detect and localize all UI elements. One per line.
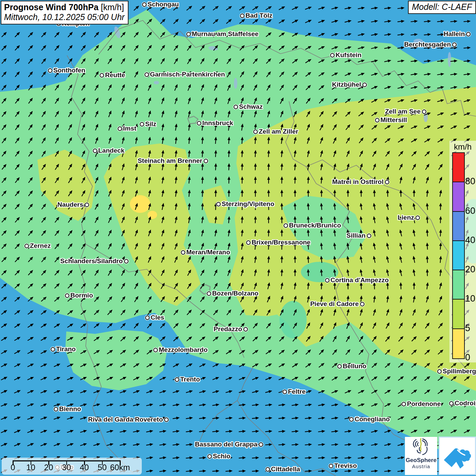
geosphere-logo-text: GeoSphere — [405, 457, 437, 463]
weather-map: SchongauBad TölzKemptenMurnau am Staffel… — [0, 0, 476, 476]
city-label: Schongau — [148, 0, 179, 9]
city-label: Meran/Merano — [186, 248, 230, 257]
city-marker — [284, 223, 288, 228]
legend-swatch-60 — [453, 182, 464, 211]
geosphere-logo: GeoSphere Austria — [405, 437, 437, 475]
city-label: Belluno — [343, 362, 367, 371]
city-label: Kufstein — [336, 51, 361, 60]
geosphere-logo-subtext: Austria — [405, 463, 437, 469]
city-label: Schio — [213, 452, 231, 461]
model-box: Modell: C-LAEF — [408, 1, 476, 14]
city-marker — [100, 73, 104, 78]
city-marker — [283, 390, 287, 394]
scale-tick-label: 60km — [106, 463, 134, 472]
city-label: Reutte — [105, 71, 125, 80]
city-label: Trento — [180, 375, 200, 384]
city-marker — [375, 118, 379, 122]
city-label: Cles — [151, 313, 164, 322]
city-marker — [164, 418, 169, 422]
city-label: Zell am See — [385, 107, 421, 116]
city-marker — [415, 216, 420, 220]
city-marker — [24, 244, 29, 248]
city-marker — [85, 203, 89, 207]
city-marker — [51, 347, 55, 352]
geosphere-contour-icon — [410, 437, 432, 457]
city-marker — [181, 250, 185, 255]
city-marker — [124, 259, 129, 264]
city-marker — [175, 377, 179, 382]
city-marker — [197, 121, 201, 125]
city-marker — [118, 126, 122, 131]
city-label: Mezzolombardo — [159, 345, 208, 354]
city-label: Imst — [123, 124, 136, 133]
city-label: Bruneck/Brunico — [289, 221, 341, 230]
city-label: Nauders — [57, 200, 83, 209]
city-label: Hallein — [444, 30, 465, 38]
legend-tick-label: 60 — [465, 206, 475, 216]
city-label: Lienz — [397, 213, 414, 222]
city-marker — [48, 68, 52, 73]
city-marker — [142, 2, 147, 7]
city-label: Bad Tölz — [245, 11, 272, 20]
city-label: Zernez — [30, 241, 51, 250]
city-label: Treviso — [334, 461, 357, 470]
city-labels-layer: SchongauBad TölzKemptenMurnau am Staffel… — [0, 0, 476, 476]
city-marker — [367, 234, 371, 238]
title-product: Prognose Wind 700hPa — [4, 2, 99, 12]
legend-swatch-10 — [453, 270, 464, 300]
mountain-cloud-icon — [440, 438, 475, 474]
city-label: Berchtesgaden — [404, 40, 451, 49]
city-marker — [54, 407, 58, 411]
legend-colorbar — [452, 152, 465, 359]
map-scale-bar: 0102030405060km — [2, 458, 142, 475]
city-label: Conegliano — [355, 415, 390, 424]
city-label: Bienno — [59, 405, 81, 413]
city-marker — [362, 83, 367, 87]
legend-swatch-40 — [453, 212, 464, 241]
city-marker — [140, 122, 144, 126]
city-marker — [466, 32, 471, 36]
city-marker — [449, 401, 454, 406]
page-title: Prognose Wind 700hPa [km/h] — [4, 2, 124, 12]
city-marker — [186, 32, 191, 36]
city-label: Rovereto — [135, 415, 163, 424]
city-label: Sterzing/Vipiteno — [222, 200, 274, 208]
legend-swatch-20 — [453, 241, 464, 270]
city-label: Garmisch-Partenkirchen — [150, 70, 225, 79]
city-marker — [360, 302, 364, 306]
city-label: Steinach am Brenner — [138, 156, 202, 165]
city-marker — [145, 316, 150, 320]
city-label: Predazzo — [214, 325, 242, 334]
legend-tick-label: 5 — [465, 323, 470, 334]
city-label: Codroipo — [455, 399, 476, 408]
legend-tick-label: 40 — [465, 235, 475, 245]
city-marker — [153, 348, 158, 352]
city-marker — [243, 327, 248, 332]
title-datetime: Mittwoch, 10.12.2025 05:00 Uhr — [4, 12, 124, 22]
city-marker — [216, 202, 221, 206]
city-label: Schlanders/Silandro — [60, 257, 123, 266]
geosphere-lime-squiggle — [420, 439, 421, 451]
city-label: Cittadella — [271, 465, 300, 474]
city-marker — [253, 130, 258, 134]
city-marker — [234, 105, 238, 109]
partner-logo — [439, 437, 476, 475]
city-label: Innsbruck — [202, 119, 233, 128]
title-box: Prognose Wind 700hPa [km/h] Mittwoch, 10… — [1, 1, 129, 24]
wind-speed-legend: km/h 806040201050 — [449, 141, 476, 362]
city-marker — [422, 109, 426, 114]
city-label: Kitzbühel — [332, 80, 361, 89]
city-label: Murnau am Staffelsee — [192, 30, 258, 38]
legend-swatch-80 — [453, 153, 464, 182]
city-marker — [65, 293, 69, 298]
city-label: Sonthofen — [53, 66, 85, 75]
city-label: Cortina d'Ampezzo — [330, 276, 389, 285]
city-label: Bormio — [70, 291, 93, 300]
city-marker — [402, 402, 406, 406]
legend-tick-label: 20 — [465, 264, 475, 275]
legend-swatch-5 — [453, 300, 464, 329]
city-label: Mittersill — [380, 116, 407, 124]
city-label: Silz — [145, 120, 156, 129]
city-label: Landeck — [98, 146, 124, 155]
city-marker — [266, 467, 270, 472]
